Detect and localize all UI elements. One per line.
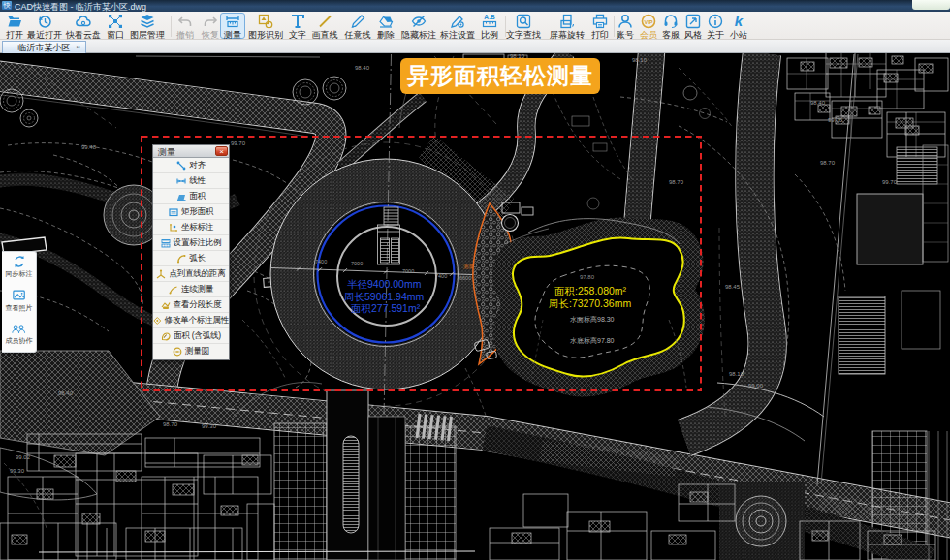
svg-text:98.70: 98.70 bbox=[669, 179, 684, 185]
svg-text:7000: 7000 bbox=[402, 268, 414, 274]
svg-text:99.48: 99.48 bbox=[81, 144, 97, 150]
svg-text:99.70: 99.70 bbox=[828, 117, 843, 123]
svg-text:98.40: 98.40 bbox=[810, 100, 826, 106]
svg-text:98.10: 98.10 bbox=[632, 57, 648, 63]
svg-text:k: k bbox=[735, 14, 744, 29]
svg-text:99.30: 99.30 bbox=[10, 468, 25, 474]
svg-text:7400: 7400 bbox=[435, 273, 447, 279]
svg-text:99.30: 99.30 bbox=[202, 423, 217, 429]
svg-text:98.70: 98.70 bbox=[163, 421, 178, 427]
svg-text:7400: 7400 bbox=[315, 259, 327, 264]
svg-text:98.40: 98.40 bbox=[58, 390, 74, 396]
svg-text:周长59061.94mm: 周长59061.94mm bbox=[344, 291, 425, 302]
svg-text:水底标高97.80: 水底标高97.80 bbox=[570, 337, 615, 345]
svg-text:99.70: 99.70 bbox=[882, 179, 898, 185]
svg-text:1:1: 1:1 bbox=[163, 243, 168, 247]
svg-text:面积:258.080m²: 面积:258.080m² bbox=[554, 285, 627, 296]
svg-text:面积277.591m²: 面积277.591m² bbox=[351, 302, 421, 314]
svg-text:99.02: 99.02 bbox=[16, 454, 31, 460]
svg-text:7000: 7000 bbox=[351, 261, 363, 266]
svg-text:水面标高98.30: 水面标高98.30 bbox=[570, 316, 615, 324]
svg-text:97.80: 97.80 bbox=[580, 274, 595, 280]
svg-text:99.00: 99.00 bbox=[748, 383, 764, 389]
svg-text:6600: 6600 bbox=[459, 275, 471, 281]
svg-text:VIP: VIP bbox=[645, 19, 653, 25]
svg-text:半径9400.00mm: 半径9400.00mm bbox=[347, 278, 422, 290]
svg-text:周长:73270.36mm: 周长:73270.36mm bbox=[549, 297, 631, 309]
svg-text:99.70: 99.70 bbox=[231, 140, 246, 146]
svg-text:A:B: A:B bbox=[484, 14, 495, 20]
svg-text:98.45: 98.45 bbox=[725, 284, 741, 290]
svg-text:98.10: 98.10 bbox=[729, 371, 744, 377]
svg-text:98.40: 98.40 bbox=[355, 65, 370, 71]
svg-text:98.70: 98.70 bbox=[820, 160, 836, 166]
